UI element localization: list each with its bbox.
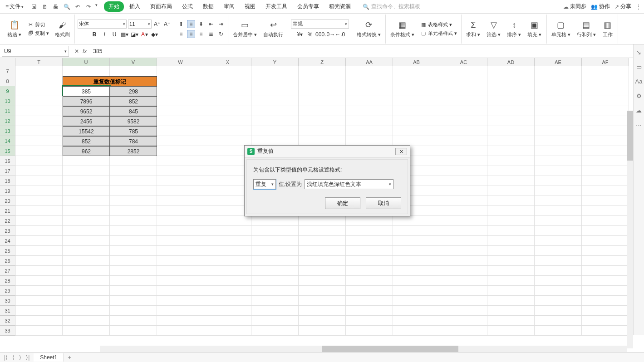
cell[interactable]: 重复数值标记 — [63, 76, 157, 86]
font-size-select[interactable]: 11▾ — [128, 20, 152, 29]
col-header[interactable]: X — [204, 58, 251, 66]
cell[interactable] — [535, 96, 582, 106]
cell[interactable] — [487, 316, 535, 326]
cell[interactable] — [535, 286, 582, 296]
cell[interactable] — [204, 276, 251, 286]
cell[interactable] — [487, 266, 535, 276]
cell[interactable] — [15, 76, 63, 86]
cell[interactable] — [346, 256, 393, 266]
cell[interactable] — [204, 236, 251, 246]
fx-icon[interactable]: fx — [83, 48, 87, 54]
cell[interactable] — [582, 96, 629, 106]
cell[interactable] — [204, 286, 251, 296]
cell[interactable] — [204, 96, 251, 106]
percent-icon[interactable]: % — [306, 30, 314, 39]
cell[interactable] — [157, 126, 204, 136]
row-header[interactable]: 13 — [0, 126, 15, 136]
cell[interactable] — [157, 156, 204, 166]
cell[interactable] — [110, 66, 157, 76]
row-header[interactable]: 30 — [0, 296, 15, 306]
cell[interactable] — [393, 326, 440, 336]
cell[interactable] — [535, 266, 582, 276]
cell[interactable] — [440, 236, 487, 246]
cell[interactable] — [299, 96, 346, 106]
cancel-button[interactable]: 取消 — [366, 197, 401, 209]
cell[interactable] — [299, 256, 346, 266]
cell[interactable] — [487, 126, 535, 136]
cell[interactable] — [535, 216, 582, 226]
format-convert-button[interactable]: ⟳格式转换 ▾ — [355, 19, 383, 39]
cell[interactable] — [393, 226, 440, 236]
cell[interactable] — [582, 326, 629, 336]
cell[interactable] — [440, 176, 487, 186]
cell[interactable] — [582, 246, 629, 256]
cell[interactable]: 852 — [110, 96, 157, 106]
row-header[interactable]: 14 — [0, 136, 15, 146]
row-header[interactable]: 31 — [0, 306, 15, 316]
sum-button[interactable]: Σ求和 ▾ — [464, 19, 482, 39]
cell[interactable] — [440, 66, 487, 76]
cell[interactable] — [299, 116, 346, 126]
format-style-select[interactable]: 浅红填充色深红色文本 ▾ — [305, 179, 393, 189]
cell[interactable] — [204, 216, 251, 226]
cell[interactable] — [110, 186, 157, 196]
cell[interactable] — [393, 306, 440, 316]
align-right-icon[interactable]: ≡ — [197, 30, 205, 38]
cell[interactable] — [535, 76, 582, 86]
highlight-icon[interactable]: ◆▾ — [150, 30, 158, 39]
cell[interactable] — [440, 226, 487, 236]
sheet-nav-prev-icon[interactable]: ⟨ — [11, 354, 16, 361]
cell[interactable] — [299, 66, 346, 76]
cell[interactable] — [299, 216, 346, 226]
cell[interactable] — [251, 116, 299, 126]
cell[interactable] — [110, 276, 157, 286]
cell[interactable] — [251, 136, 299, 146]
col-header[interactable]: AA — [346, 58, 393, 66]
cell[interactable] — [15, 206, 63, 216]
cell[interactable] — [251, 96, 299, 106]
cell[interactable] — [15, 116, 63, 126]
cell[interactable] — [346, 96, 393, 106]
cell[interactable] — [204, 126, 251, 136]
cell-style-button[interactable]: ▢单元格样式 ▾ — [419, 29, 458, 37]
add-sheet-button[interactable]: + — [64, 354, 75, 361]
cell[interactable] — [157, 186, 204, 196]
cell[interactable] — [487, 326, 535, 336]
row-header[interactable]: 18 — [0, 176, 15, 186]
cell[interactable] — [535, 116, 582, 126]
cell[interactable] — [15, 226, 63, 236]
cell[interactable] — [487, 196, 535, 206]
currency-icon[interactable]: ¥▾ — [296, 30, 304, 39]
justify-icon[interactable]: ≣ — [207, 30, 215, 38]
cell[interactable] — [440, 156, 487, 166]
cell[interactable] — [393, 266, 440, 276]
cell[interactable] — [299, 76, 346, 86]
cell[interactable] — [393, 256, 440, 266]
cell[interactable] — [582, 306, 629, 316]
cell[interactable] — [393, 86, 440, 96]
scroll-thumb[interactable] — [627, 111, 633, 161]
cell[interactable] — [204, 246, 251, 256]
cell[interactable] — [204, 256, 251, 266]
cell[interactable] — [63, 176, 110, 186]
cell[interactable] — [157, 96, 204, 106]
cell[interactable] — [110, 166, 157, 176]
cell[interactable] — [110, 326, 157, 336]
cell[interactable] — [15, 96, 63, 106]
cell[interactable] — [487, 176, 535, 186]
cell[interactable] — [582, 296, 629, 306]
decrease-decimal-icon[interactable]: ←.0 — [336, 30, 344, 39]
cell[interactable] — [440, 316, 487, 326]
cell[interactable] — [157, 76, 204, 86]
cell[interactable] — [63, 236, 110, 246]
cell[interactable] — [346, 216, 393, 226]
cell[interactable] — [63, 216, 110, 226]
cell[interactable] — [299, 126, 346, 136]
cell[interactable] — [251, 226, 299, 236]
cell[interactable] — [15, 266, 63, 276]
cell[interactable] — [487, 146, 535, 156]
cell[interactable] — [204, 136, 251, 146]
align-top-icon[interactable]: ⬆ — [177, 20, 185, 28]
cell[interactable] — [299, 236, 346, 246]
cell[interactable]: 7896 — [63, 96, 110, 106]
